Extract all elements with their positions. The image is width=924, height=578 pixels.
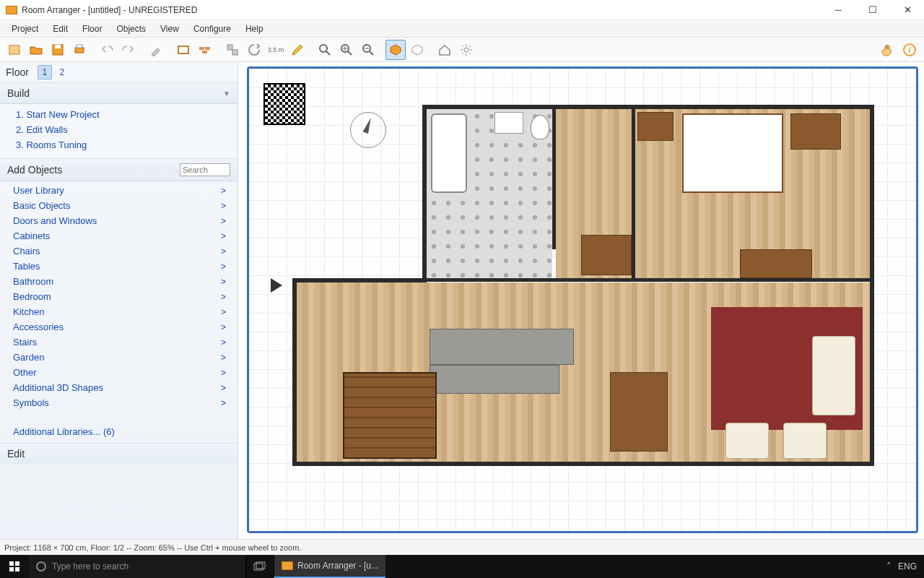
tray-chevron-icon[interactable]: ˄: [886, 561, 891, 571]
taskbar-app-room-arranger[interactable]: Room Arranger - [u...: [274, 555, 385, 578]
kitchen-counter[interactable]: [430, 365, 559, 394]
view-3d-button[interactable]: [385, 40, 406, 60]
language-indicator[interactable]: ENG: [898, 561, 917, 571]
cat-3d-shapes[interactable]: Additional 3D Shapes>: [0, 380, 237, 395]
rotate-button[interactable]: [244, 40, 264, 60]
open-button[interactable]: [26, 40, 46, 60]
svg-rect-10: [232, 50, 237, 55]
cat-tables[interactable]: Tables>: [0, 259, 237, 274]
cat-bathroom[interactable]: Bathroom>: [0, 274, 237, 289]
cat-basic-objects[interactable]: Basic Objects>: [0, 198, 237, 213]
svg-rect-26: [15, 567, 19, 571]
edit-section-header[interactable]: Edit: [0, 443, 237, 464]
zoom-out-button[interactable]: [358, 40, 378, 60]
taskbar-app-label: Room Arranger - [u...: [297, 561, 378, 571]
build-section-header[interactable]: Build ▼: [0, 82, 237, 104]
tv-stand[interactable]: [740, 249, 812, 278]
brush-button[interactable]: [146, 40, 166, 60]
build-edit-walls[interactable]: 2. Edit Walls: [13, 122, 237, 137]
group-button[interactable]: [222, 40, 243, 60]
menu-floor[interactable]: Floor: [75, 22, 109, 35]
sofa[interactable]: [812, 336, 855, 415]
bathtub[interactable]: [431, 113, 467, 193]
nightstand[interactable]: [790, 113, 841, 150]
cat-chairs[interactable]: Chairs>: [0, 243, 237, 259]
wardrobe-1[interactable]: [637, 112, 674, 141]
cat-garden[interactable]: Garden>: [0, 350, 237, 365]
home-button[interactable]: [435, 40, 455, 60]
floor-label: Floor: [6, 66, 29, 78]
edit-header-label: Edit: [7, 448, 25, 460]
cat-user-library[interactable]: User Library>: [0, 183, 237, 198]
cat-doors-windows[interactable]: Doors and Windows>: [0, 213, 237, 228]
menu-edit[interactable]: Edit: [45, 22, 75, 35]
app-icon-small: [282, 561, 293, 570]
menu-configure[interactable]: Configure: [186, 22, 238, 35]
armchair-1[interactable]: [725, 423, 769, 459]
toilet[interactable]: [531, 115, 549, 139]
cat-symbols[interactable]: Symbols>: [0, 395, 237, 410]
taskbar-search[interactable]: Type here to search: [29, 555, 245, 578]
sink[interactable]: [494, 112, 523, 134]
minimize-button[interactable]: ─: [827, 3, 849, 17]
search-input[interactable]: [180, 163, 230, 176]
floor-tab-1[interactable]: 1: [38, 65, 52, 79]
kitchen-island[interactable]: [430, 329, 574, 365]
cat-kitchen[interactable]: Kitchen>: [0, 304, 237, 319]
menu-help[interactable]: Help: [238, 22, 271, 35]
svg-line-14: [348, 51, 352, 55]
system-tray[interactable]: ˄ ENG: [879, 561, 924, 571]
zoom-button[interactable]: [315, 40, 335, 60]
floor-tab-2[interactable]: 2: [55, 65, 69, 79]
cat-bedroom[interactable]: Bedroom>: [0, 289, 237, 304]
build-start-new-project[interactable]: 1. Start New Project: [13, 107, 237, 122]
task-view-button[interactable]: [245, 555, 274, 578]
additional-libraries-link[interactable]: Additional Libraries... (6): [0, 418, 237, 443]
cat-accessories[interactable]: Accessories>: [0, 319, 237, 335]
start-button[interactable]: [0, 555, 29, 578]
status-text: Project: 1168 × 700 cm, Floor: 1/2 -- Zo…: [4, 543, 301, 552]
svg-rect-3: [75, 48, 84, 53]
stairs[interactable]: [343, 372, 437, 459]
armchair-2[interactable]: [783, 423, 827, 459]
desk[interactable]: [581, 235, 632, 275]
dining-table[interactable]: [610, 372, 668, 452]
measure-button[interactable]: 3.5 m: [266, 40, 286, 60]
canvas-area[interactable]: [238, 62, 924, 539]
walls-button[interactable]: [173, 40, 193, 60]
view-walk-button[interactable]: [407, 40, 427, 60]
maximize-button[interactable]: ☐: [862, 3, 884, 17]
pencil-button[interactable]: [287, 40, 308, 60]
svg-rect-24: [15, 561, 19, 566]
build-header-label: Build: [7, 87, 30, 99]
info-button[interactable]: i: [899, 40, 920, 60]
save-button[interactable]: [48, 40, 68, 60]
build-rooms-tuning[interactable]: 3. Rooms Tuning: [13, 137, 237, 152]
menu-view[interactable]: View: [153, 22, 186, 35]
zoom-in-button[interactable]: [336, 40, 357, 60]
svg-rect-4: [77, 45, 82, 48]
bricks-button[interactable]: [195, 40, 215, 60]
svg-text:i: i: [908, 46, 911, 54]
floorplan[interactable]: [292, 105, 870, 466]
settings-button[interactable]: [456, 40, 476, 60]
menu-project[interactable]: Project: [4, 22, 45, 35]
bed[interactable]: [682, 113, 783, 193]
new-project-button[interactable]: [4, 40, 25, 60]
print-button[interactable]: [69, 40, 90, 60]
hand-button[interactable]: [878, 40, 898, 60]
undo-button[interactable]: [97, 40, 117, 60]
svg-point-11: [320, 45, 327, 52]
svg-rect-0: [9, 46, 19, 54]
add-objects-label: Add Objects: [7, 164, 62, 176]
svg-rect-5: [178, 46, 188, 53]
cat-other[interactable]: Other>: [0, 365, 237, 380]
cat-cabinets[interactable]: Cabinets>: [0, 228, 237, 243]
statusbar: Project: 1168 × 700 cm, Floor: 1/2 -- Zo…: [0, 539, 924, 555]
close-button[interactable]: ✕: [897, 3, 918, 17]
cat-stairs[interactable]: Stairs>: [0, 335, 237, 350]
add-objects-header[interactable]: Add Objects: [0, 158, 237, 181]
entry-arrow-icon: [271, 278, 282, 293]
redo-button[interactable]: [118, 40, 139, 60]
menu-objects[interactable]: Objects: [109, 22, 153, 35]
